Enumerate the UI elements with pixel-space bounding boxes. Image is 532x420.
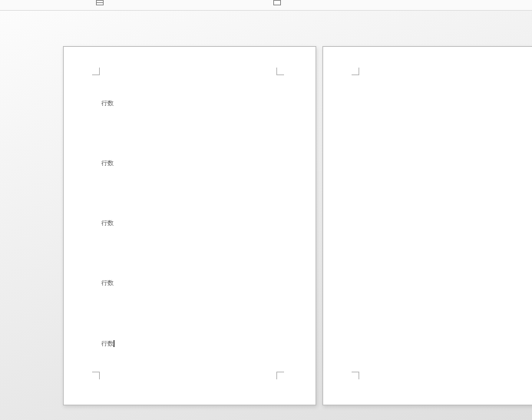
margin-mark-tl bbox=[92, 68, 100, 75]
margin-mark-bl bbox=[352, 372, 359, 379]
text-cursor bbox=[114, 340, 114, 347]
text-line[interactable]: 行数 bbox=[101, 340, 114, 347]
text-line[interactable]: 行数 bbox=[101, 101, 114, 107]
margin-mark-tr bbox=[276, 68, 284, 75]
document-canvas[interactable]: 行数 行数 行数 行数 行数 bbox=[0, 11, 532, 420]
toolbar bbox=[0, 0, 532, 11]
margin-mark-tl bbox=[352, 68, 359, 75]
page-content[interactable]: 行数 行数 行数 行数 行数 bbox=[101, 101, 114, 347]
grid-icon[interactable] bbox=[96, 0, 104, 5]
text-line[interactable]: 行数 bbox=[101, 160, 114, 167]
text-line[interactable]: 行数 bbox=[101, 280, 114, 286]
page-1[interactable]: 行数 行数 行数 行数 行数 bbox=[63, 46, 316, 405]
margin-mark-br bbox=[276, 372, 284, 379]
margin-mark-bl bbox=[92, 372, 100, 379]
text-span: 行数 bbox=[101, 340, 114, 347]
text-line[interactable]: 行数 bbox=[101, 220, 114, 227]
calendar-icon[interactable] bbox=[273, 0, 281, 5]
page-2[interactable] bbox=[322, 46, 532, 405]
